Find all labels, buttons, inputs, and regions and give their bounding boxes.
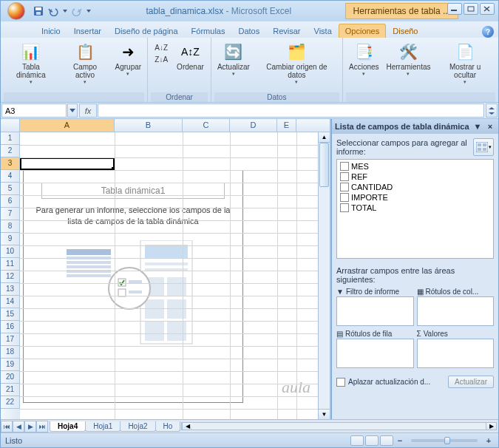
office-button[interactable] xyxy=(4,1,29,21)
area-drop-zone[interactable] xyxy=(417,339,495,368)
row-header-2[interactable]: 2 xyxy=(1,145,20,157)
col-header-D[interactable]: D xyxy=(230,119,277,132)
row-header-20[interactable]: 20 xyxy=(1,371,20,384)
row-header-22[interactable]: 22 xyxy=(1,396,20,409)
tab-datos[interactable]: Datos xyxy=(231,24,266,38)
tab-diseno[interactable]: Diseño xyxy=(386,24,424,38)
field-checkbox[interactable] xyxy=(340,203,349,212)
ribbon-herramientas[interactable]: 🛠️Herramientas▾ xyxy=(384,39,433,79)
row-header-5[interactable]: 5 xyxy=(1,183,20,195)
formula-input[interactable] xyxy=(98,103,484,118)
pane-close-button[interactable]: × xyxy=(485,121,495,132)
field-checkbox[interactable] xyxy=(340,162,349,171)
row-header-14[interactable]: 14 xyxy=(1,296,20,308)
view-normal-button[interactable] xyxy=(350,435,364,446)
area-drop-zone[interactable] xyxy=(336,296,414,326)
row-header-1[interactable]: 1 xyxy=(1,132,20,145)
minimize-button[interactable] xyxy=(447,3,462,15)
ribbon-acciones[interactable]: 📑Acciones▾ xyxy=(346,39,382,79)
tab-inicio[interactable]: Inicio xyxy=(35,24,67,38)
row-header-17[interactable]: 17 xyxy=(1,333,20,346)
scroll-up-button[interactable]: ▲ xyxy=(319,132,330,143)
ribbon-mostrar-ocultar[interactable]: 📄Mostrar u ocultar▾ xyxy=(435,39,495,87)
qat-save-icon[interactable] xyxy=(32,4,45,18)
area-drop-zone[interactable] xyxy=(336,339,414,368)
row-header-21[interactable]: 21 xyxy=(1,384,20,396)
sheet-nav-last[interactable]: ⏭ xyxy=(36,421,48,432)
ribbon-tabla-dinamica[interactable]: 📊Tabla dinámica▾ xyxy=(4,39,58,87)
cells-area[interactable]: Tabla dinámica1 Para generar un informe,… xyxy=(20,132,318,419)
row-header-15[interactable]: 15 xyxy=(1,308,20,321)
update-button[interactable]: Actualizar xyxy=(448,376,494,388)
field-checkbox[interactable] xyxy=(340,172,349,181)
ribbon-sort-asc[interactable]: A↓Z xyxy=(151,42,172,53)
hscroll-right[interactable]: ▶ xyxy=(486,423,496,430)
zoom-slider[interactable] xyxy=(411,439,478,442)
tab-opciones[interactable]: Opciones xyxy=(339,24,386,38)
row-header-8[interactable]: 8 xyxy=(1,220,20,233)
vertical-scrollbar[interactable]: ▲ ▼ xyxy=(318,132,330,419)
row-header-16[interactable]: 16 xyxy=(1,321,20,333)
formula-expand-button[interactable] xyxy=(486,103,498,118)
qat-dropdown[interactable] xyxy=(85,4,92,18)
row-header-4[interactable]: 4 xyxy=(1,170,20,183)
field-item-total[interactable]: TOTAL xyxy=(339,203,492,213)
sheet-tab-ho[interactable]: Ho xyxy=(155,421,181,432)
name-box-dropdown[interactable] xyxy=(67,103,78,118)
tab-vista[interactable]: Vista xyxy=(308,24,339,38)
sheet-tab-hoja4[interactable]: Hoja4 xyxy=(50,421,86,432)
field-checkbox[interactable] xyxy=(340,183,349,191)
col-header-C[interactable]: C xyxy=(183,119,230,132)
sheet-nav-prev[interactable]: ◀ xyxy=(13,421,24,432)
ribbon-sort-desc[interactable]: Z↓A xyxy=(151,54,172,65)
ribbon-cambiar-origen[interactable]: 🗂️Cambiar origen de datos▾ xyxy=(254,39,339,87)
close-button[interactable] xyxy=(480,3,495,15)
row-header-6[interactable]: 6 xyxy=(1,195,20,208)
sheet-tab-hoja1[interactable]: Hoja1 xyxy=(85,421,120,432)
scroll-thumb[interactable] xyxy=(319,143,329,187)
view-layout-button[interactable] xyxy=(365,435,379,446)
row-header-9[interactable]: 9 xyxy=(1,233,20,245)
defer-update-checkbox[interactable] xyxy=(336,378,345,387)
hscroll-left[interactable]: ◀ xyxy=(182,423,192,430)
qat-undo-icon[interactable] xyxy=(47,4,60,18)
field-item-cantidad[interactable]: CANTIDAD xyxy=(339,182,492,192)
fx-button[interactable]: fx xyxy=(79,103,97,118)
sheet-nav-next[interactable]: ▶ xyxy=(24,421,36,432)
name-box[interactable]: A3 xyxy=(1,103,67,118)
tab-revisar[interactable]: Revisar xyxy=(266,24,307,38)
maximize-button[interactable] xyxy=(464,3,478,15)
pane-menu-dropdown[interactable]: ▼ xyxy=(473,122,482,131)
sheet-tab-hoja2[interactable]: Hoja2 xyxy=(120,421,155,432)
view-pagebreak-button[interactable] xyxy=(380,435,393,446)
field-checkbox[interactable] xyxy=(340,193,349,202)
qat-redo-icon[interactable] xyxy=(70,4,84,18)
ribbon-agrupar[interactable]: ➜Agrupar▾ xyxy=(112,39,144,79)
ribbon-ordenar[interactable]: A↕ZOrdenar xyxy=(173,39,208,73)
zoom-thumb[interactable] xyxy=(444,437,450,444)
horizontal-scrollbar[interactable]: ◀ ▶ xyxy=(181,422,497,430)
layout-options-button[interactable]: ▾ xyxy=(473,138,494,156)
tab-diseno-pagina[interactable]: Diseño de página xyxy=(108,24,185,38)
tab-insertar[interactable]: Insertar xyxy=(67,24,108,38)
row-header-10[interactable]: 10 xyxy=(1,245,20,258)
col-header-E[interactable]: E xyxy=(277,119,296,132)
select-all-corner[interactable] xyxy=(1,119,20,132)
col-header-A[interactable]: A xyxy=(20,119,115,132)
row-header-11[interactable]: 11 xyxy=(1,258,20,271)
field-item-ref[interactable]: REF xyxy=(339,172,492,182)
zoom-in-button[interactable]: + xyxy=(483,435,494,446)
row-header-13[interactable]: 13 xyxy=(1,283,20,296)
qat-undo-dropdown[interactable] xyxy=(61,4,69,18)
field-item-importe[interactable]: IMPORTE xyxy=(339,192,492,203)
ribbon-campo-activo[interactable]: 📋Campo activo▾ xyxy=(60,39,110,87)
zoom-out-button[interactable]: − xyxy=(395,435,405,446)
active-cell[interactable] xyxy=(20,157,115,170)
row-header-7[interactable]: 7 xyxy=(1,208,20,220)
row-header-18[interactable]: 18 xyxy=(1,346,20,359)
scroll-down-button[interactable]: ▼ xyxy=(319,409,330,419)
tab-formulas[interactable]: Fórmulas xyxy=(185,24,232,38)
row-header-3[interactable]: 3 xyxy=(1,157,20,170)
row-header-19[interactable]: 19 xyxy=(1,359,20,371)
area-drop-zone[interactable] xyxy=(417,296,495,326)
